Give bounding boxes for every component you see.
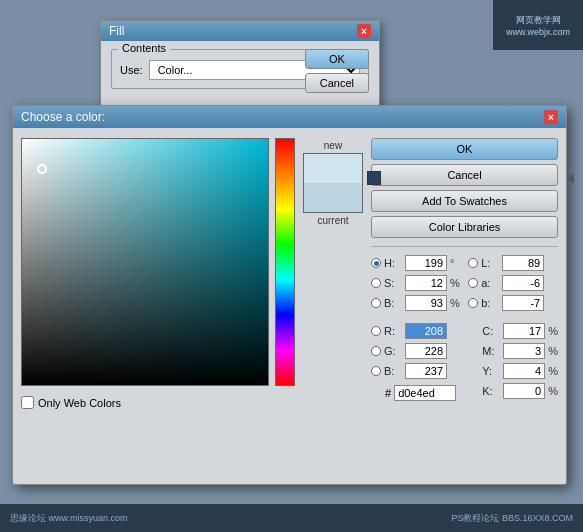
divider	[371, 246, 558, 247]
current-color-preview	[304, 183, 362, 212]
right-panel: OK Cancel Add To Swatches Color Librarie…	[371, 138, 558, 470]
picker-cursor	[37, 164, 47, 174]
preview-stack-container	[303, 153, 363, 213]
b-label: B:	[384, 297, 402, 309]
picker-and-hue	[21, 138, 295, 386]
current-label: current	[317, 215, 348, 226]
inputs-right: L: a: b:	[468, 255, 558, 470]
s-field[interactable]	[405, 275, 447, 291]
use-label: Use:	[120, 64, 143, 76]
k-row: K: %	[468, 383, 558, 399]
a-radio[interactable]	[468, 278, 478, 288]
g-field[interactable]	[405, 343, 447, 359]
c-row: C: %	[468, 323, 558, 339]
color-dialog-title: Choose a color:	[21, 110, 105, 124]
only-web-colors-label: Only Web Colors	[38, 397, 121, 409]
contents-legend: Contents	[118, 42, 170, 54]
r-row: R:	[371, 323, 460, 339]
fill-dialog-title: Fill	[109, 24, 124, 38]
m-label: M:	[482, 345, 500, 357]
hue-slider-arrow	[566, 174, 574, 184]
h-unit: °	[450, 257, 454, 269]
b-unit: %	[450, 297, 460, 309]
c-label: C:	[482, 325, 500, 337]
y-unit: %	[548, 365, 558, 377]
watermark-bottom-left: 思缘论坛 www.missyuan.com	[10, 512, 128, 525]
l-field[interactable]	[502, 255, 544, 271]
m-field[interactable]	[503, 343, 545, 359]
a-label: a:	[481, 277, 499, 289]
h-field[interactable]	[405, 255, 447, 271]
k-unit: %	[548, 385, 558, 397]
c-field[interactable]	[503, 323, 545, 339]
watermark-top-line2: www.webjx.com	[506, 27, 570, 37]
color-libraries-button[interactable]: Color Libraries	[371, 216, 558, 238]
b3-label: b:	[481, 297, 499, 309]
a-row: a:	[468, 275, 558, 291]
hue-slider[interactable]	[275, 138, 295, 386]
s-radio[interactable]	[371, 278, 381, 288]
a-field[interactable]	[502, 275, 544, 291]
fill-dialog-titlebar: Fill ×	[101, 21, 379, 41]
small-color-swatch	[367, 171, 381, 185]
hex-label: #	[385, 387, 391, 399]
g-row: G:	[371, 343, 460, 359]
color-gradient-picker[interactable]	[21, 138, 269, 386]
b-row: B: %	[371, 295, 460, 311]
b2-label: B:	[384, 365, 402, 377]
fill-ok-button[interactable]: OK	[305, 49, 369, 69]
c-unit: %	[548, 325, 558, 337]
watermark-top-line1: 网页教学网	[516, 14, 561, 27]
hue-slider-container	[275, 138, 295, 386]
color-dialog-close[interactable]: ×	[544, 110, 558, 124]
fill-btn-area: OK Cancel	[305, 49, 369, 93]
fill-dialog-close[interactable]: ×	[357, 24, 371, 38]
b-field[interactable]	[405, 295, 447, 311]
y-label: Y:	[482, 365, 500, 377]
new-color-preview	[304, 154, 362, 183]
inputs-left: H: ° S: % B:	[371, 255, 460, 470]
s-unit: %	[450, 277, 460, 289]
new-label: new	[324, 140, 342, 151]
y-row: Y: %	[468, 363, 558, 379]
color-preview-box	[303, 153, 363, 213]
watermark-bottom: 思缘论坛 www.missyuan.com PS教程论坛 BBS.16XX8.C…	[0, 504, 583, 532]
color-cancel-button[interactable]: Cancel	[371, 164, 558, 186]
hex-row: #	[371, 385, 460, 401]
m-row: M: %	[468, 343, 558, 359]
action-buttons: OK Cancel Add To Swatches Color Librarie…	[371, 138, 558, 238]
inputs-area: H: ° S: % B:	[371, 255, 558, 470]
g-label: G:	[384, 345, 402, 357]
only-web-colors-row: Only Web Colors	[21, 396, 295, 409]
b-radio[interactable]	[371, 298, 381, 308]
g-radio[interactable]	[371, 346, 381, 356]
b3-radio[interactable]	[468, 298, 478, 308]
color-dialog-titlebar: Choose a color: ×	[13, 106, 566, 128]
h-row: H: °	[371, 255, 460, 271]
color-ok-button[interactable]: OK	[371, 138, 558, 160]
preview-section: new current	[303, 138, 363, 470]
h-radio[interactable]	[371, 258, 381, 268]
k-field[interactable]	[503, 383, 545, 399]
spacer2	[468, 315, 558, 319]
b3-field[interactable]	[502, 295, 544, 311]
b2-row: B:	[371, 363, 460, 379]
b2-field[interactable]	[405, 363, 447, 379]
fill-dialog-body: Contents Use: Color... OK Cancel	[101, 41, 379, 103]
watermark-top: 网页教学网 www.webjx.com	[493, 0, 583, 50]
b2-radio[interactable]	[371, 366, 381, 376]
hex-field[interactable]	[394, 385, 456, 401]
y-field[interactable]	[503, 363, 545, 379]
r-field[interactable]	[405, 323, 447, 339]
l-radio[interactable]	[468, 258, 478, 268]
fill-cancel-button[interactable]: Cancel	[305, 73, 369, 93]
spacer1	[371, 315, 460, 319]
only-web-colors-checkbox[interactable]	[21, 396, 34, 409]
l-row: L:	[468, 255, 558, 271]
color-dialog: Choose a color: × Only Web Colors	[12, 105, 567, 485]
l-label: L:	[481, 257, 499, 269]
picker-column: Only Web Colors	[21, 138, 295, 470]
s-label: S:	[384, 277, 402, 289]
r-radio[interactable]	[371, 326, 381, 336]
add-to-swatches-button[interactable]: Add To Swatches	[371, 190, 558, 212]
